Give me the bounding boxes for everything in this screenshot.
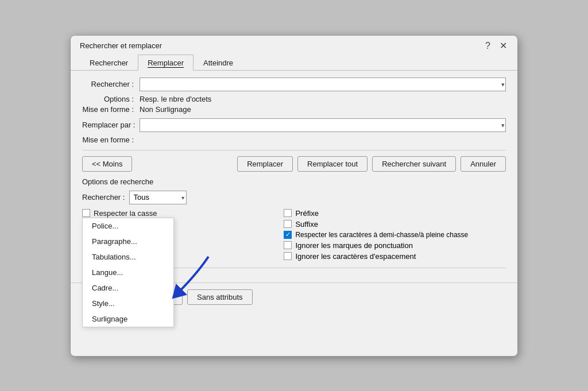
option-row-prefixe: Préfixe xyxy=(284,209,506,218)
menu-item-paragraphe[interactable]: Paragraphe... xyxy=(83,234,173,249)
mise-en-forme-search-label: Mise en forme : xyxy=(82,105,140,114)
rechercher-select[interactable]: Tous Vers le bas Vers le haut xyxy=(129,191,187,204)
remplacer-label: Remplacer par : xyxy=(82,121,140,129)
option-label-espacement: Ignorer les caractères d'espacement xyxy=(295,252,416,261)
checkbox-ponctuation[interactable] xyxy=(284,241,292,249)
moins-button[interactable]: << Moins xyxy=(82,156,132,172)
mise-en-forme-search-row: Mise en forme : Non Surlignage xyxy=(82,105,506,114)
option-row-ponctuation: Ignorer les marques de ponctuation xyxy=(284,241,506,250)
option-label-ponctuation: Ignorer les marques de ponctuation xyxy=(295,241,413,250)
rechercher-option-label: Rechercher : xyxy=(82,193,125,202)
mise-en-forme-replace-label: Mise en forme : xyxy=(82,136,140,144)
rechercher-input[interactable] xyxy=(140,78,506,91)
mise-en-forme-replace-row: Mise en forme : xyxy=(82,136,506,144)
options-label: Options : xyxy=(82,95,140,103)
tab-rechercher[interactable]: Rechercher xyxy=(80,55,138,71)
rechercher-select-wrap: Tous Vers le bas Vers le haut ▾ xyxy=(129,191,187,204)
arrow-indicator xyxy=(145,251,214,304)
rechercher-suivant-button[interactable]: Rechercher suivant xyxy=(372,156,456,172)
tab-atteindre[interactable]: Atteindre xyxy=(194,55,243,71)
separator-1 xyxy=(82,150,506,150)
checkbox-prefixe[interactable] xyxy=(284,209,292,217)
rechercher-row: Rechercher : ▾ xyxy=(82,78,506,91)
option-label-suffixe: Suffixe xyxy=(295,220,318,229)
menu-item-surlignage[interactable]: Surlignage xyxy=(83,311,173,327)
option-label-prefixe: Préfixe xyxy=(295,209,318,218)
checkbox-suffixe[interactable] xyxy=(284,220,292,228)
options-row: Options : Resp. le nbre d'octets xyxy=(82,95,506,103)
remplacer-input-wrap: ▾ xyxy=(140,118,506,132)
remplacer-tout-button[interactable]: Remplacer tout xyxy=(297,156,368,172)
remplacer-button[interactable]: Remplacer xyxy=(237,156,293,172)
annuler-button[interactable]: Annuler xyxy=(461,156,506,172)
option-row-espacement: Ignorer les caractères d'espacement xyxy=(284,252,506,261)
option-label-casse: Respecter la casse xyxy=(94,209,157,218)
checkbox-demichasse[interactable] xyxy=(284,231,292,239)
rechercher-option-row: Rechercher : Tous Vers le bas Vers le ha… xyxy=(82,191,506,204)
mise-en-forme-search-value: Non Surlignage xyxy=(140,105,191,114)
col-right: Préfixe Suffixe Respecter les caractères… xyxy=(284,209,506,261)
rechercher-label: Rechercher : xyxy=(82,80,140,88)
remplacer-input[interactable] xyxy=(140,118,506,132)
help-button[interactable]: ? xyxy=(483,41,493,51)
main-button-row: << Moins Remplacer Remplacer tout Recher… xyxy=(82,156,506,172)
dialog: Rechercher et remplacer ? ✕ Rechercher R… xyxy=(70,35,518,357)
tab-bar: Rechercher Remplacer Atteindre xyxy=(71,54,517,71)
option-row-suffixe: Suffixe xyxy=(284,220,506,229)
option-label-demichasse: Respecter les caractères à demi-chasse/à… xyxy=(295,231,468,239)
title-controls: ? ✕ xyxy=(483,41,509,51)
option-row-casse: Respecter la casse xyxy=(82,209,284,218)
option-row-demichasse: Respecter les caractères à demi-chasse/à… xyxy=(284,231,506,239)
close-button[interactable]: ✕ xyxy=(497,41,509,51)
title-bar: Rechercher et remplacer ? ✕ xyxy=(71,36,517,54)
checkbox-espacement[interactable] xyxy=(284,252,292,260)
rechercher-input-wrap: ▾ xyxy=(140,78,506,91)
checkbox-casse[interactable] xyxy=(82,209,90,217)
tab-remplacer[interactable]: Remplacer xyxy=(138,55,194,71)
dialog-title: Rechercher et remplacer xyxy=(80,41,162,50)
options-value: Resp. le nbre d'octets xyxy=(140,95,211,103)
options-section-title: Options de recherche xyxy=(82,177,506,186)
remplacer-row: Remplacer par : ▾ xyxy=(82,118,506,132)
menu-item-police[interactable]: Police... xyxy=(83,218,173,234)
